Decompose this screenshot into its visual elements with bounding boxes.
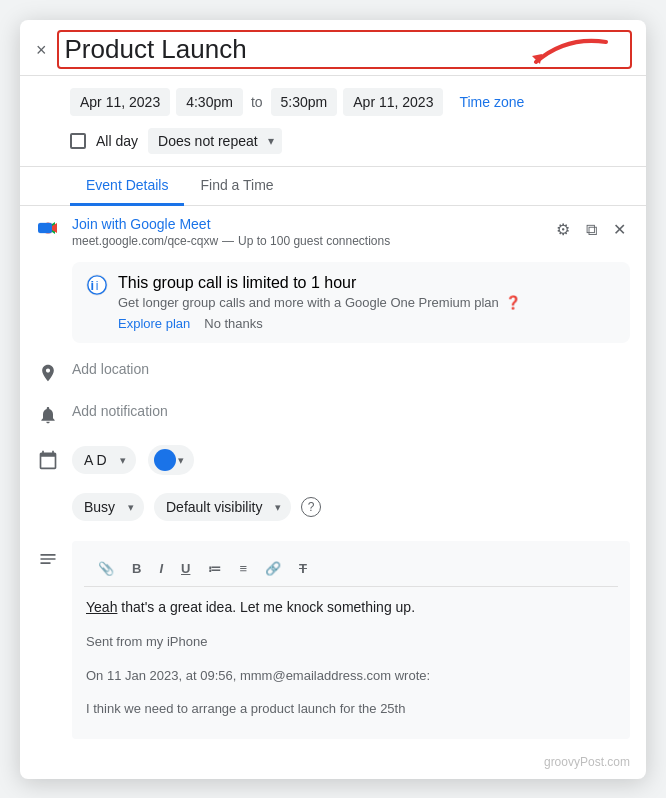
start-time[interactable]: 4:30pm	[176, 88, 243, 116]
warning-content: This group call is limited to 1 hour Get…	[118, 274, 521, 331]
color-picker-button[interactable]: ▾	[148, 445, 194, 475]
google-meet-logo	[36, 216, 60, 240]
warning-links: Explore plan No thanks	[118, 316, 521, 331]
close-button[interactable]: ×	[36, 41, 47, 59]
end-date[interactable]: Apr 11, 2023	[343, 88, 443, 116]
location-row: Add location	[20, 351, 646, 393]
owner-select-wrapper: A D	[72, 446, 136, 474]
visibility-select-wrapper: Default visibility	[154, 493, 291, 521]
attach-button[interactable]: 📎	[94, 559, 118, 578]
help-icon[interactable]: ?	[301, 497, 321, 517]
to-label: to	[249, 94, 265, 110]
meet-separator: —	[222, 234, 234, 248]
allday-row: All day Does not repeat	[20, 124, 646, 166]
meet-url-row: meet.google.com/qce-cqxw — Up to 100 gue…	[72, 234, 540, 248]
italic-button[interactable]: I	[155, 559, 167, 578]
allday-label: All day	[96, 133, 138, 149]
meet-copy-icon[interactable]: ⧉	[582, 217, 601, 243]
status-row: Busy Default visibility ?	[20, 485, 646, 531]
meet-remove-icon[interactable]: ✕	[609, 216, 630, 243]
tab-event-details[interactable]: Event Details	[70, 167, 184, 206]
warning-icon: i i	[86, 274, 108, 296]
calendar-row: A D ▾	[20, 435, 646, 485]
busy-select[interactable]: Busy	[72, 493, 144, 521]
description-section: 📎 B I U ≔ ≡ 🔗 T Yeah that's a great idea…	[20, 531, 646, 749]
desc-line1-rest: that's a great idea. Let me knock someth…	[117, 599, 415, 615]
warning-title: This group call is limited to 1 hour	[118, 274, 521, 292]
event-modal: × Product Launch Apr 11, 2023 4:30pm to …	[20, 20, 646, 779]
tab-find-a-time[interactable]: Find a Time	[184, 167, 289, 206]
svg-text:i: i	[91, 278, 95, 293]
desc-yeah: Yeah	[86, 599, 117, 615]
datetime-row: Apr 11, 2023 4:30pm to 5:30pm Apr 11, 20…	[20, 76, 646, 124]
svg-rect-4	[38, 223, 52, 233]
description-box[interactable]: 📎 B I U ≔ ≡ 🔗 T Yeah that's a great idea…	[72, 541, 630, 739]
meet-join-link[interactable]: Join with Google Meet	[72, 216, 540, 232]
explore-plan-button[interactable]: Explore plan	[118, 316, 190, 331]
arrow-indicator	[526, 34, 616, 72]
repeat-wrapper: Does not repeat	[148, 128, 282, 154]
timezone-button[interactable]: Time zone	[449, 88, 534, 116]
meet-url-text: meet.google.com/qce-cqxw	[72, 234, 218, 248]
notification-icon	[36, 405, 60, 425]
location-input[interactable]: Add location	[72, 361, 149, 377]
underline-button[interactable]: U	[177, 559, 194, 578]
desc-wrote-line: On 11 Jan 2023, at 09:56, mmm@emailaddre…	[86, 666, 616, 686]
desc-original-msg: I think we need to arrange a product lau…	[86, 699, 616, 719]
owner-select[interactable]: A D	[72, 446, 136, 474]
description-toolbar: 📎 B I U ≔ ≡ 🔗 T	[84, 551, 618, 587]
bold-button[interactable]: B	[128, 559, 145, 578]
meet-guests-text: Up to 100 guest connections	[238, 234, 390, 248]
warning-box: i i This group call is limited to 1 hour…	[72, 262, 630, 343]
remove-format-button[interactable]: T	[295, 559, 311, 578]
description-text: Yeah that's a great idea. Let me knock s…	[84, 587, 618, 729]
color-caret-icon: ▾	[178, 454, 184, 467]
modal-header: × Product Launch	[20, 20, 646, 76]
allday-checkbox[interactable]	[70, 133, 86, 149]
notification-row: Add notification	[20, 393, 646, 435]
desc-sent-from: Sent from my iPhone	[86, 632, 616, 652]
ordered-list-button[interactable]: ≔	[204, 559, 225, 578]
watermark: groovyPost.com	[20, 749, 646, 779]
start-date[interactable]: Apr 11, 2023	[70, 88, 170, 116]
visibility-select[interactable]: Default visibility	[154, 493, 291, 521]
meet-content: Join with Google Meet meet.google.com/qc…	[72, 216, 540, 248]
no-thanks-button[interactable]: No thanks	[204, 316, 263, 331]
description-icon	[36, 549, 60, 569]
meet-actions: ⚙ ⧉ ✕	[552, 216, 630, 243]
notification-input[interactable]: Add notification	[72, 403, 168, 419]
color-dot	[154, 449, 176, 471]
unordered-list-button[interactable]: ≡	[235, 559, 251, 578]
svg-text:i: i	[96, 279, 99, 293]
link-button[interactable]: 🔗	[261, 559, 285, 578]
tabs-row: Event Details Find a Time	[20, 167, 646, 206]
warning-subtitle: Get longer group calls and more with a G…	[118, 295, 521, 310]
meet-settings-icon[interactable]: ⚙	[552, 216, 574, 243]
repeat-select[interactable]: Does not repeat	[148, 128, 282, 154]
end-time[interactable]: 5:30pm	[271, 88, 338, 116]
busy-select-wrapper: Busy	[72, 493, 144, 521]
location-icon	[36, 363, 60, 383]
calendar-icon	[36, 450, 60, 470]
meet-section: Join with Google Meet meet.google.com/qc…	[20, 206, 646, 258]
